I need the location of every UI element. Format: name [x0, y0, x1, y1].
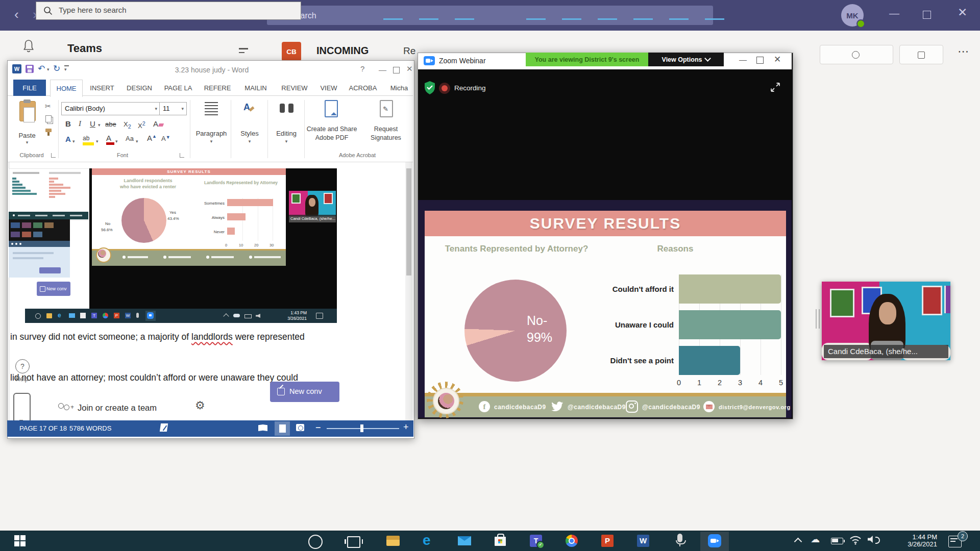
- word-taskbar-icon[interactable]: W: [637, 535, 649, 547]
- taskbar-search-box: [36, 2, 301, 20]
- task-view-icon[interactable]: [347, 536, 360, 548]
- teams-taskbar-icon[interactable]: T✓: [530, 535, 542, 547]
- onedrive-cloud-icon[interactable]: ☁: [811, 534, 820, 545]
- file-explorer-icon[interactable]: [386, 536, 400, 546]
- zoom-taskbar-icon[interactable]: [708, 534, 721, 547]
- speaker-icon[interactable]: [868, 536, 875, 543]
- app-active-underline: [669, 18, 689, 20]
- store-icon[interactable]: [495, 537, 506, 546]
- chrome-icon[interactable]: [566, 535, 578, 547]
- wifi-icon[interactable]: [849, 536, 862, 545]
- app-active-underline: [419, 18, 438, 20]
- app-active-underline: [598, 18, 617, 20]
- search-icon: [43, 6, 53, 15]
- app-active-underline: [705, 18, 724, 20]
- app-active-underline: [526, 18, 546, 20]
- start-button[interactable]: [14, 535, 26, 546]
- notification-count: 2: [961, 533, 964, 539]
- desktop: ‹ › MK — ✕ Teams CB INCOMING Re ⋯ W: [0, 0, 980, 551]
- voice-recorder-icon[interactable]: [676, 534, 686, 546]
- app-active-underline: [383, 18, 403, 20]
- clock-date: 3/26/2021: [890, 541, 937, 548]
- powerpoint-icon[interactable]: P: [601, 535, 614, 547]
- taskbar-search-input[interactable]: [58, 5, 284, 15]
- app-active-underline: [562, 18, 581, 20]
- edge-icon[interactable]: e: [423, 532, 431, 549]
- app-active-underline: [633, 18, 653, 20]
- mail-icon[interactable]: [458, 536, 471, 545]
- clock-time: 1:44 PM: [890, 534, 937, 541]
- taskbar-clock[interactable]: 1:44 PM 3/26/2021: [890, 534, 937, 548]
- windows-taskbar: e T✓ P W ☁ 1:44 PM 3/26/2021 2: [0, 0, 980, 551]
- app-active-underline: [455, 18, 474, 20]
- battery-icon[interactable]: [831, 538, 843, 544]
- notification-badge: 2: [958, 531, 968, 541]
- cortana-icon[interactable]: [308, 535, 323, 549]
